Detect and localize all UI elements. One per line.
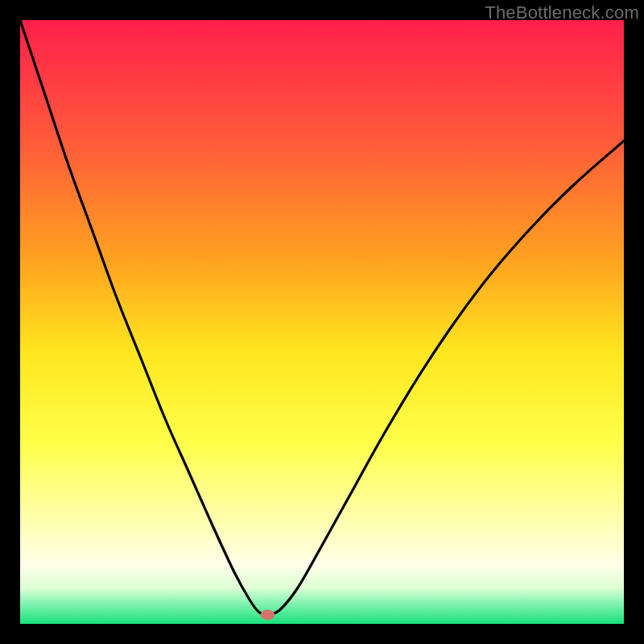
gradient-background bbox=[20, 20, 624, 624]
plot-area bbox=[20, 20, 624, 624]
chart-svg bbox=[20, 20, 624, 624]
chart-frame: TheBottleneck.com bbox=[0, 0, 644, 644]
watermark-text: TheBottleneck.com bbox=[485, 2, 639, 23]
optimum-marker bbox=[261, 609, 275, 620]
